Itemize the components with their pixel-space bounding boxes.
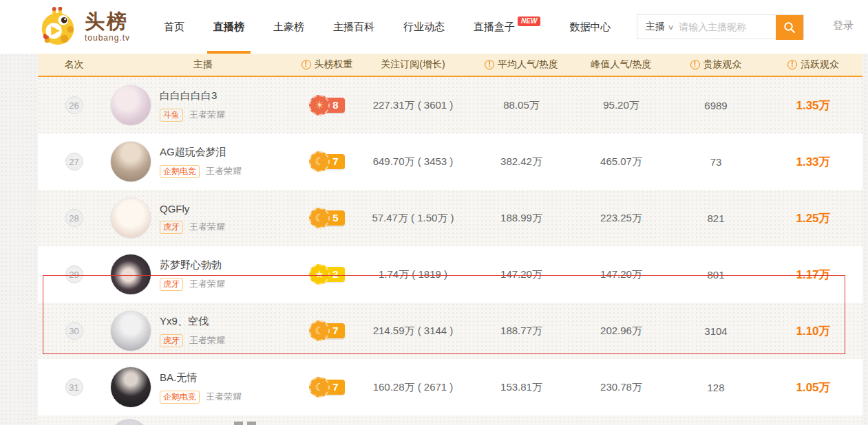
rank-cell: 29 (38, 246, 110, 303)
table-row[interactable]: 28 QGFly 虎牙 王者荣耀 ☾ 5 57.47万 ( 1.50万 ) 18… (38, 190, 862, 246)
nav-item[interactable]: 数据中心 (555, 0, 625, 54)
streamer-name[interactable]: 苏梦野心勃勃 (160, 259, 225, 272)
streamer-cell: QGFly 虎牙 王者荣耀 (110, 190, 296, 246)
avg-popularity-value: 147.20万 (468, 246, 575, 303)
table-row[interactable]: 27 AG超玩会梦泪 企鹅电竞 王者荣耀 ☾ 7 649.70万 ( 3453 … (38, 133, 862, 190)
streamer-name[interactable]: BA.无情 (160, 371, 242, 384)
streamer-name[interactable]: 白白白白白3 (160, 89, 225, 102)
streamer-cell: BA.无情 企鹅电竞 王者荣耀 (110, 359, 296, 415)
column-label: 平均人气/热度 (498, 58, 558, 71)
active-viewers-value: 1.17万 (764, 246, 862, 303)
streamer-cell: 白白白白白3 斗鱼 王者荣耀 (110, 77, 296, 133)
streamer-avatar[interactable] (110, 367, 151, 408)
nav-item-label: 直播榜 (213, 21, 244, 34)
game-label: 王者荣耀 (206, 391, 242, 403)
streamer-cell: 苏梦野心勃勃 虎牙 王者荣耀 (110, 246, 296, 303)
brand-title: 头榜 (85, 12, 130, 32)
game-label: 王者荣耀 (206, 165, 242, 177)
noble-viewers-value: 801 (668, 246, 764, 303)
nav-item[interactable]: 土豪榜 (259, 0, 319, 54)
game-label: 王者荣耀 (189, 278, 225, 290)
info-icon[interactable]: ! (485, 60, 494, 69)
nav-item[interactable]: 行业动态 (389, 0, 459, 54)
search-button[interactable] (776, 15, 803, 40)
subscribers-value: 649.70万 ( 3453 ) (358, 133, 468, 190)
weight-cell: ☾ 7 (296, 359, 358, 415)
login-link[interactable]: 登录 (833, 19, 854, 32)
nav-item[interactable]: 主播百科 (319, 0, 389, 54)
brand-logo[interactable]: 头榜 toubang.tv (38, 7, 130, 47)
info-icon[interactable]: ! (301, 60, 311, 69)
peak-popularity-value: 95.20万 (575, 77, 668, 133)
streamer-meta: 虎牙 王者荣耀 (160, 221, 225, 234)
nav-item[interactable]: 首页 (149, 0, 199, 54)
table-row[interactable]: 30 Yx9、空伐 虎牙 王者荣耀 ☾ 7 214.59万 ( 3144 ) 1… (38, 303, 862, 359)
table-row[interactable]: 29 苏梦野心勃勃 虎牙 王者荣耀 ★ 2 1.74万 ( 1819 ) 147… (38, 246, 862, 303)
streamer-avatar[interactable] (110, 85, 151, 126)
weight-badge: ☀ 8 (309, 95, 344, 116)
search-input[interactable] (679, 15, 776, 39)
weight-badge: ☾ 7 (309, 320, 344, 341)
new-badge: NEW (518, 17, 540, 26)
platform-badge: 虎牙 (160, 221, 183, 234)
streamer-avatar[interactable] (110, 310, 151, 351)
streamer-avatar[interactable] (110, 254, 151, 295)
streamer-avatar[interactable] (110, 141, 151, 182)
streamer-info: QGFly 虎牙 王者荣耀 (160, 203, 225, 234)
table-column-header: ! 头榜权重 (296, 54, 358, 76)
noble-viewers-value: 3104 (668, 303, 764, 359)
streamer-cell: AG超玩会梦泪 企鹅电竞 王者荣耀 (110, 133, 296, 190)
search-category-dropdown[interactable]: 主播 ∨ (637, 15, 679, 39)
search-area: 主播 ∨ (637, 14, 804, 39)
rank-cell: 31 (38, 359, 110, 415)
nav-item[interactable]: 直播榜 (199, 0, 259, 54)
nav-item-label: 土豪榜 (273, 21, 304, 34)
rank-cell: 26 (38, 77, 110, 133)
weight-cell: ☾ 7 (296, 133, 358, 190)
info-icon[interactable]: ! (787, 60, 797, 69)
streamer-info: AG超玩会梦泪 企鹅电竞 王者荣耀 (160, 146, 242, 178)
clipped-name-stub (234, 422, 257, 425)
avg-popularity-value: 153.81万 (468, 359, 575, 415)
column-label: 峰值人气/热度 (591, 58, 652, 71)
weight-badge: ☾ 7 (309, 151, 344, 172)
platform-badge: 斗鱼 (160, 109, 183, 122)
nav-item-label: 直播盒子 (474, 21, 515, 34)
column-label: 名次 (65, 58, 84, 71)
table-column-header: ! 主播 (110, 54, 296, 76)
active-viewers-value: 1.25万 (764, 190, 862, 246)
table-row[interactable]: 26 白白白白白3 斗鱼 王者荣耀 ☀ 8 227.31万 ( 3601 ) 8… (38, 77, 862, 133)
avg-popularity-value: 188.77万 (468, 303, 575, 359)
active-viewers-value: 1.10万 (764, 303, 862, 359)
info-icon[interactable]: ! (690, 60, 700, 69)
subscribers-value: 227.31万 ( 3601 ) (358, 77, 468, 133)
top-bar: 头榜 toubang.tv 首页 直播榜 土豪榜 主播百科 行业动态 直播盒子 … (0, 0, 868, 54)
ranking-table: ! 名次 ! 主播 ! 头榜权重 ! 关注订阅(增长) ! 平均人气/热度 ! … (38, 54, 862, 425)
column-label: 活跃观众 (801, 58, 839, 71)
platform-badge: 企鹅电竞 (160, 165, 200, 178)
streamer-info: Yx9、空伐 虎牙 王者荣耀 (160, 315, 225, 347)
streamer-name[interactable]: AG超玩会梦泪 (160, 146, 242, 159)
rank-badge: 31 (65, 378, 83, 396)
peak-popularity-value: 223.25万 (575, 190, 668, 246)
platform-badge: 虎牙 (160, 334, 183, 347)
nav-item[interactable]: 直播盒子 NEW (459, 0, 555, 54)
avg-popularity-value: 382.42万 (468, 133, 575, 190)
noble-viewers-value: 73 (668, 133, 764, 190)
subscribers-value: 1.74万 ( 1819 ) (358, 246, 468, 303)
rank-cell: 28 (38, 190, 110, 246)
streamer-name[interactable]: Yx9、空伐 (160, 315, 225, 328)
streamer-avatar[interactable] (110, 197, 151, 239)
table-column-header: ! 活跃观众 (764, 54, 862, 76)
streamer-info: 白白白白白3 斗鱼 王者荣耀 (160, 89, 225, 122)
table-column-header: ! 贵族观众 (668, 54, 764, 76)
table-row[interactable]: 31 BA.无情 企鹅电竞 王者荣耀 ☾ 7 160.28万 ( 2671 ) … (38, 359, 862, 415)
search-box: 主播 ∨ (637, 14, 804, 39)
main-nav: 首页 直播榜 土豪榜 主播百科 行业动态 直播盒子 NEW 数据中心 (149, 0, 625, 54)
nav-item-label: 主播百科 (333, 21, 374, 34)
streamer-name[interactable]: QGFly (160, 203, 225, 215)
rank-badge: 27 (65, 153, 83, 171)
ranking-content: ! 名次 ! 主播 ! 头榜权重 ! 关注订阅(增长) ! 平均人气/热度 ! … (0, 54, 868, 425)
weight-cell: ☾ 7 (296, 303, 358, 359)
table-column-header: ! 关注订阅(增长) (358, 54, 468, 76)
